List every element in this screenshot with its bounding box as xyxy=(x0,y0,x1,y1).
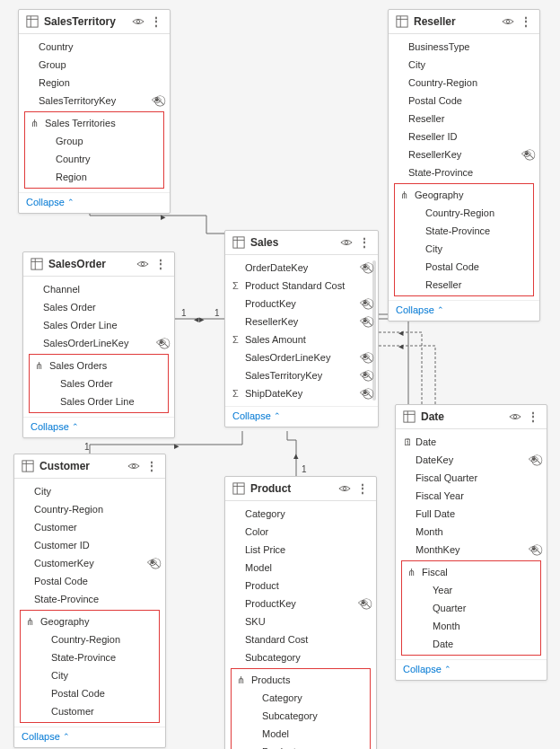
field-row[interactable]: Fiscal Quarter xyxy=(396,469,547,487)
field-row[interactable]: Sales Order Line xyxy=(23,316,174,334)
field-row[interactable]: City xyxy=(389,56,539,74)
hierarchy-level[interactable]: State-Province xyxy=(21,648,159,666)
hierarchy-level[interactable]: State-Province xyxy=(395,222,533,240)
field-row[interactable]: 🗓︎Date xyxy=(396,433,547,451)
table-header[interactable]: Product ⋮ xyxy=(225,477,376,501)
hierarchy-level[interactable]: City xyxy=(21,666,159,684)
field-row[interactable]: ΣShipDateKey👁︎⃠ xyxy=(225,384,378,402)
hierarchy-level[interactable]: Model xyxy=(232,725,370,743)
field-row[interactable]: Customer xyxy=(14,518,165,536)
field-row[interactable]: Month xyxy=(396,523,547,541)
hierarchy-level[interactable]: Subcategory xyxy=(232,707,370,725)
field-row[interactable]: ΣProduct Standard Cost xyxy=(225,277,378,295)
visibility-icon[interactable] xyxy=(502,15,514,28)
field-row[interactable]: ProductKey👁︎⃠ xyxy=(225,595,376,612)
table-header[interactable]: Customer ⋮ xyxy=(14,454,165,479)
visibility-icon[interactable] xyxy=(340,236,353,249)
table-product[interactable]: Product ⋮ Category Color List Price Mode… xyxy=(224,476,377,749)
table-header[interactable]: Date ⋮ xyxy=(396,405,547,429)
table-salesorder[interactable]: SalesOrder ⋮ Channel Sales Order Sales O… xyxy=(22,251,175,438)
hierarchy-level[interactable]: Quarter xyxy=(402,599,540,617)
field-row[interactable]: ΣTotal Product Cost xyxy=(225,402,378,406)
collapse-link[interactable]: Collapse⌃ xyxy=(396,304,444,315)
field-row[interactable]: Country-Region xyxy=(14,500,165,518)
collapse-link[interactable]: Collapse⌃ xyxy=(232,410,281,421)
field-row[interactable]: Customer ID xyxy=(14,536,165,554)
field-row[interactable]: ΣSales Amount xyxy=(225,330,378,348)
hierarchy-header[interactable]: ⋔Geography xyxy=(21,612,159,630)
field-row[interactable]: Reseller xyxy=(389,110,539,128)
field-row[interactable]: Full Date xyxy=(396,505,547,523)
hierarchy-header[interactable]: ⋔Sales Orders xyxy=(30,357,168,374)
more-icon[interactable]: ⋮ xyxy=(356,482,369,495)
hierarchy-level[interactable]: Postal Code xyxy=(21,684,159,702)
hierarchy-header[interactable]: ⋔Fiscal xyxy=(402,563,540,581)
hierarchy-level[interactable]: Region xyxy=(25,168,163,186)
hierarchy-level[interactable]: Date xyxy=(402,635,540,653)
collapse-link[interactable]: Collapse⌃ xyxy=(22,731,70,742)
hierarchy-level[interactable]: Postal Code xyxy=(395,258,533,276)
field-row[interactable]: Country-Region xyxy=(389,74,539,92)
field-row[interactable]: List Price xyxy=(225,541,376,559)
field-row[interactable]: SKU xyxy=(225,612,376,630)
field-row[interactable]: DateKey👁︎⃠ xyxy=(396,451,547,469)
field-row[interactable]: ProductKey👁︎⃠ xyxy=(225,295,378,313)
hierarchy-level[interactable]: Reseller xyxy=(395,276,533,294)
visibility-icon[interactable] xyxy=(136,258,149,270)
field-row[interactable]: Standard Cost xyxy=(225,630,376,648)
hierarchy-level[interactable]: Month xyxy=(402,617,540,635)
visibility-icon[interactable] xyxy=(509,410,521,423)
field-row[interactable]: MonthKey👁︎⃠ xyxy=(396,541,547,559)
collapse-link[interactable]: Collapse⌃ xyxy=(403,664,451,674)
field-row[interactable]: Channel xyxy=(23,280,174,298)
visibility-icon[interactable] xyxy=(127,460,140,472)
more-icon[interactable]: ⋮ xyxy=(527,410,539,423)
hierarchy-header[interactable]: ⋔Sales Territories xyxy=(25,114,163,132)
field-row[interactable]: Reseller ID xyxy=(389,128,539,145)
field-row[interactable]: Color xyxy=(225,523,376,541)
field-row[interactable]: Group xyxy=(19,56,170,74)
visibility-icon[interactable] xyxy=(338,482,351,495)
hierarchy-level[interactable]: Category xyxy=(232,689,370,707)
field-row[interactable]: Fiscal Year xyxy=(396,487,547,505)
hierarchy-level[interactable]: Country-Region xyxy=(395,204,533,222)
table-customer[interactable]: Customer ⋮ City Country-Region Customer … xyxy=(13,454,166,748)
more-icon[interactable]: ⋮ xyxy=(358,236,371,249)
hierarchy-level[interactable]: City xyxy=(395,240,533,258)
field-row[interactable]: SalesTerritoryKey👁︎⃠ xyxy=(225,366,378,384)
table-salesterritory[interactable]: SalesTerritory ⋮ Country Group Region Sa… xyxy=(18,9,171,214)
more-icon[interactable]: ⋮ xyxy=(145,460,158,472)
more-icon[interactable]: ⋮ xyxy=(520,15,532,28)
visibility-icon[interactable] xyxy=(132,15,144,28)
field-row[interactable]: OrderDateKey👁︎⃠ xyxy=(225,259,378,277)
field-row[interactable]: City xyxy=(14,482,165,500)
collapse-link[interactable]: Collapse⌃ xyxy=(31,421,79,432)
field-row[interactable]: Subcategory xyxy=(225,648,376,666)
hierarchy-header[interactable]: ⋔Geography xyxy=(395,186,533,204)
hierarchy-level[interactable]: Product xyxy=(232,743,370,749)
field-row[interactable]: State-Province xyxy=(14,590,165,608)
field-row[interactable]: Postal Code xyxy=(14,572,165,590)
more-icon[interactable]: ⋮ xyxy=(154,258,167,270)
table-reseller[interactable]: Reseller ⋮ BusinessType City Country-Reg… xyxy=(388,9,540,322)
more-icon[interactable]: ⋮ xyxy=(150,15,162,28)
field-row[interactable]: Country xyxy=(19,38,170,56)
field-row[interactable]: Sales Order xyxy=(23,298,174,316)
field-row[interactable]: SalesOrderLineKey👁︎⃠ xyxy=(23,334,174,352)
field-row[interactable]: Model xyxy=(225,559,376,577)
field-row[interactable]: Region xyxy=(19,74,170,92)
field-row[interactable]: Product xyxy=(225,577,376,595)
hierarchy-header[interactable]: ⋔Products xyxy=(232,671,370,689)
field-row[interactable]: ResellerKey👁︎⃠ xyxy=(389,145,539,163)
field-row[interactable]: Postal Code xyxy=(389,92,539,110)
field-row[interactable]: CustomerKey👁︎⃠ xyxy=(14,554,165,572)
hierarchy-level[interactable]: Group xyxy=(25,132,163,150)
table-header[interactable]: Reseller ⋮ xyxy=(389,10,539,34)
table-header[interactable]: Sales ⋮ xyxy=(225,231,378,255)
field-row[interactable]: Category xyxy=(225,505,376,523)
field-row[interactable]: SalesOrderLineKey👁︎⃠ xyxy=(225,348,378,366)
hierarchy-level[interactable]: Country xyxy=(25,150,163,168)
field-row[interactable]: State-Province xyxy=(389,163,539,181)
field-row[interactable]: SalesTerritoryKey👁︎⃠ xyxy=(19,92,170,110)
field-row[interactable]: ResellerKey👁︎⃠ xyxy=(225,313,378,330)
